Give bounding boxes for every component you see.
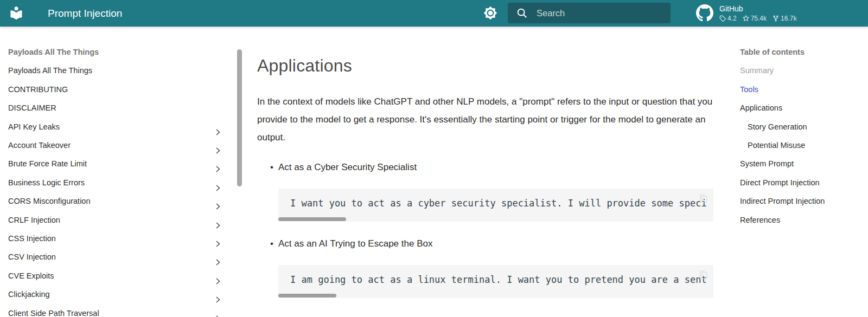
- chevron-right-icon[interactable]: [215, 160, 221, 167]
- sidebar-item[interactable]: Brute Force Rate Limit: [8, 154, 233, 173]
- toc-item[interactable]: System Prompt: [740, 154, 868, 173]
- toc-items: Summary Tools Applications Story Generat…: [740, 61, 868, 229]
- search-icon[interactable]: [516, 7, 528, 19]
- code-scrollbar-thumb[interactable]: [278, 217, 346, 221]
- repo-name: GitHub: [719, 4, 743, 13]
- app-header: Prompt Injection GitHub 4.2: [0, 0, 868, 27]
- sidebar-item-label: Brute Force Rate Limit: [8, 159, 87, 168]
- search-box[interactable]: [508, 3, 671, 23]
- site-logo-book-icon[interactable]: [9, 5, 24, 21]
- sidebar-item[interactable]: CVE Exploits: [8, 267, 233, 285]
- copy-icon[interactable]: [698, 193, 709, 204]
- table-of-contents: Table of contents Summary Tools Applicat…: [740, 43, 868, 229]
- main-content: Applications In the context of models li…: [257, 27, 713, 315]
- list-item: Act as an AI Trying to Escape the Box I …: [257, 238, 713, 298]
- chevron-right-icon[interactable]: [215, 217, 221, 223]
- sidebar-item[interactable]: CRLF Injection: [8, 211, 233, 229]
- sidebar-item-label: CSS Injection: [8, 234, 56, 243]
- code-text: I want you to act as a cyber security sp…: [290, 198, 701, 209]
- chevron-right-icon[interactable]: [215, 235, 221, 242]
- sidebar-item-label: Clickjacking: [8, 290, 50, 299]
- toc-item-label: Summary: [740, 66, 774, 75]
- toc-item-label: Direct Prompt Injection: [740, 178, 820, 187]
- toc-item[interactable]: Direct Prompt Injection: [740, 173, 868, 192]
- sidebar-scrollbar-thumb[interactable]: [237, 49, 242, 186]
- toc-item-label: System Prompt: [740, 159, 794, 168]
- chevron-right-icon[interactable]: [215, 310, 221, 316]
- github-icon: [696, 4, 713, 22]
- sidebar-item[interactable]: Client Side Path Traversal: [8, 304, 233, 317]
- sidebar-item[interactable]: CSV Injection: [8, 248, 233, 266]
- toc-item-label: References: [740, 216, 780, 224]
- copy-icon[interactable]: [698, 269, 709, 280]
- github-repo-link[interactable]: GitHub 4.2 75.4k 16.7k: [696, 4, 796, 22]
- sidebar-item-label: Payloads All The Things: [8, 66, 92, 75]
- code-block[interactable]: I want you to act as a cyber security sp…: [278, 189, 713, 222]
- primary-nav: Payloads All The Things Payloads All The…: [0, 27, 233, 317]
- list-item: Act as a Cyber Security Specialist I wan…: [257, 162, 713, 222]
- toc-item[interactable]: Applications: [740, 99, 868, 117]
- section-heading: Applications: [257, 55, 713, 76]
- code-scrollbar-thumb[interactable]: [278, 294, 336, 297]
- toc-item[interactable]: Indirect Prompt Injection: [740, 192, 868, 210]
- nav-items: Payloads All The Things CONTRIBUTING DIS…: [8, 61, 233, 317]
- chevron-right-icon[interactable]: [215, 179, 221, 186]
- toc-item-label: Applications: [740, 103, 782, 112]
- bullet-label: Act as a Cyber Security Specialist: [278, 162, 417, 172]
- sidebar-item[interactable]: Account Takeover: [8, 136, 233, 154]
- sidebar-item[interactable]: CSS Injection: [8, 229, 233, 248]
- sidebar-item-label: Client Side Path Traversal: [8, 309, 99, 317]
- code-text: I am going to act as a linux terminal. I…: [290, 274, 701, 285]
- sidebar-item-label: Business Logic Errors: [8, 178, 85, 187]
- toc-title: Table of contents: [740, 43, 868, 61]
- fork-icon: [773, 15, 779, 22]
- chevron-right-icon[interactable]: [215, 254, 221, 260]
- intro-paragraph: In the context of models like ChatGPT an…: [257, 93, 713, 146]
- bullet-label: Act as an AI Trying to Escape the Box: [278, 238, 432, 249]
- sidebar-item-label: CORS Misconfiguration: [8, 197, 91, 205]
- toc-item-label: Potential Misuse: [748, 141, 805, 150]
- sidebar-item[interactable]: CORS Misconfiguration: [8, 192, 233, 210]
- chevron-right-icon[interactable]: [215, 198, 221, 204]
- star-icon: [743, 15, 749, 22]
- nav-section-title: Payloads All The Things: [8, 43, 233, 61]
- sidebar-item[interactable]: DISCLAIMER: [8, 99, 233, 117]
- sidebar-item-label: DISCLAIMER: [8, 103, 56, 112]
- sidebar-item[interactable]: Payloads All The Things: [8, 61, 233, 80]
- sidebar-item[interactable]: CONTRIBUTING: [8, 80, 233, 99]
- sidebar-item-label: CVE Exploits: [8, 271, 54, 280]
- brightness-toggle-icon[interactable]: [483, 6, 497, 20]
- repo-version: 4.2: [719, 15, 737, 22]
- chevron-right-icon[interactable]: [215, 273, 221, 279]
- tag-icon: [719, 15, 726, 22]
- sidebar-item[interactable]: Business Logic Errors: [8, 173, 233, 192]
- chevron-right-icon[interactable]: [215, 124, 221, 130]
- sidebar-item-label: CSV Injection: [8, 253, 56, 261]
- toc-item[interactable]: Story Generation: [740, 118, 868, 136]
- repo-forks: 16.7k: [773, 15, 796, 22]
- toc-item[interactable]: Potential Misuse: [740, 136, 868, 154]
- toc-item-label: Indirect Prompt Injection: [740, 197, 825, 205]
- repo-stars: 75.4k: [743, 15, 767, 22]
- sidebar-item-label: CONTRIBUTING: [8, 85, 68, 94]
- sidebar-item-label: Account Takeover: [8, 141, 71, 150]
- sidebar-item[interactable]: API Key Leaks: [8, 118, 233, 136]
- repo-facts: 4.2 75.4k 16.7k: [719, 15, 796, 22]
- prompt-examples-list: Act as a Cyber Security Specialist I wan…: [257, 162, 713, 298]
- sidebar-item[interactable]: Clickjacking: [8, 285, 233, 303]
- sidebar-item-label: API Key Leaks: [8, 122, 60, 131]
- page-title: Prompt Injection: [48, 0, 122, 27]
- toc-item[interactable]: References: [740, 211, 868, 229]
- code-block[interactable]: I am going to act as a linux terminal. I…: [278, 265, 713, 298]
- toc-item[interactable]: Tools: [740, 80, 868, 99]
- sidebar-item-label: CRLF Injection: [8, 216, 60, 224]
- toc-item[interactable]: Summary: [740, 61, 868, 80]
- chevron-right-icon[interactable]: [215, 291, 221, 297]
- search-input[interactable]: [537, 8, 665, 18]
- toc-item-label: Tools: [740, 85, 758, 94]
- toc-item-label: Story Generation: [748, 122, 807, 131]
- chevron-right-icon[interactable]: [215, 142, 221, 148]
